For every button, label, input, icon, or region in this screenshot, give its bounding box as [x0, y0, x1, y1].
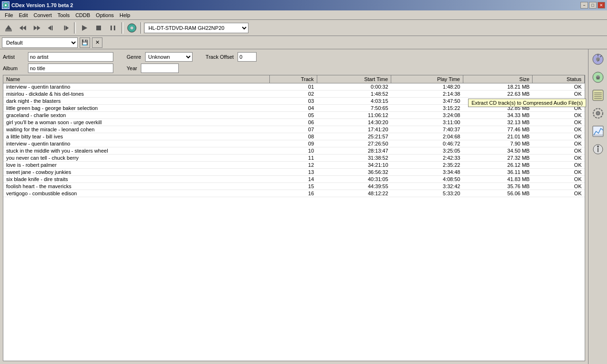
- svg-rect-9: [52, 26, 53, 30]
- table-row[interactable]: stuck in the middle with you - stealers …: [3, 147, 585, 155]
- main-content: Artist Genre Unknown Track Offset Album …: [0, 49, 607, 364]
- clear-profile-button[interactable]: ✕: [92, 37, 102, 48]
- svg-point-17: [130, 27, 133, 29]
- cd-info-button[interactable]: [125, 22, 138, 34]
- svg-text:♪: ♪: [597, 58, 599, 63]
- play-button[interactable]: [78, 22, 91, 34]
- album-input[interactable]: [28, 64, 113, 73]
- svg-point-36: [597, 146, 599, 147]
- left-panel: Artist Genre Unknown Track Offset Album …: [0, 49, 588, 364]
- app-icon: [2, 1, 9, 9]
- col-start-time: Start Time: [317, 75, 391, 83]
- profile-bar: Default 💾 ✕: [0, 36, 607, 49]
- table-header-row: Name Track Start Time Play Time Size Sta…: [3, 75, 585, 83]
- toolbar-separator-2: [121, 22, 123, 34]
- year-label: Year: [127, 65, 137, 71]
- close-button[interactable]: ✕: [598, 2, 605, 9]
- table-row[interactable]: misirlou - dickdale & his del-tones021:4…: [3, 91, 585, 98]
- table-row[interactable]: girl you'll be a woman soon - urge overk…: [3, 119, 585, 126]
- svg-marker-10: [65, 26, 69, 30]
- track-offset-input[interactable]: [238, 52, 257, 62]
- rewind-button[interactable]: [45, 22, 58, 34]
- table-row[interactable]: dark night - the blasters034:03:153:47:5…: [3, 98, 585, 105]
- title-bar: CDex Version 1.70 beta 2 − □ ✕: [0, 0, 607, 10]
- album-label: Album: [3, 65, 24, 71]
- settings-button[interactable]: [590, 105, 606, 121]
- svg-rect-15: [114, 26, 115, 30]
- svg-point-31: [596, 111, 600, 115]
- menu-bar: FileEditConvertToolsCDDBOptionsHelp: [0, 10, 607, 20]
- extract-compressed-button[interactable]: ♪: [590, 51, 606, 67]
- minimize-button[interactable]: −: [580, 2, 588, 9]
- year-input[interactable]: [141, 64, 179, 73]
- track-offset-label: Track Offset: [206, 54, 234, 60]
- artist-row: Artist Genre Unknown Track Offset: [3, 52, 585, 62]
- svg-rect-3: [5, 30, 12, 31]
- table-row[interactable]: interview - quentin tarantino0927:26:500…: [3, 140, 585, 147]
- table-row[interactable]: graceland - charlie sexton0511:06:123:24…: [3, 112, 585, 119]
- menu-item-convert[interactable]: Convert: [31, 12, 55, 18]
- table-row[interactable]: waiting for the miracle - leonard cohen0…: [3, 126, 585, 133]
- menu-item-options[interactable]: Options: [93, 12, 117, 18]
- title-bar-buttons: − □ ✕: [580, 2, 605, 9]
- genre-selector[interactable]: Unknown: [145, 52, 193, 62]
- menu-item-help[interactable]: Help: [117, 12, 133, 18]
- table-row[interactable]: you never can tell - chuck berry1131:38:…: [3, 155, 585, 162]
- menu-item-file[interactable]: File: [2, 12, 16, 18]
- prev-button[interactable]: [16, 22, 29, 34]
- profile-selector[interactable]: Default: [2, 37, 78, 48]
- extract-wav-button[interactable]: W: [590, 69, 606, 85]
- svg-rect-26: [593, 90, 603, 100]
- svg-marker-6: [37, 26, 40, 30]
- col-name: Name: [3, 75, 270, 83]
- svg-rect-14: [110, 26, 112, 30]
- artist-input[interactable]: [28, 52, 113, 62]
- toolbar-separator-1: [74, 22, 76, 34]
- table-row[interactable]: vertigogo - combustible edison1648:12:22…: [3, 190, 585, 197]
- genre-label: Genre: [127, 54, 141, 60]
- svg-rect-11: [64, 26, 65, 30]
- table-row[interactable]: interview - quentin tarantino010:00:321:…: [3, 83, 585, 91]
- stop-button[interactable]: [92, 22, 105, 34]
- table-row[interactable]: sweet jane - cowboy junkies1336:56:323:3…: [3, 169, 585, 176]
- save-profile-button[interactable]: 💾: [80, 37, 90, 48]
- toolbar-separator-3: [140, 22, 142, 34]
- svg-marker-7: [34, 26, 37, 30]
- eject-button[interactable]: [2, 22, 15, 34]
- table-row[interactable]: love is - robert palmer1234:21:102:35:22…: [3, 162, 585, 169]
- svg-marker-4: [19, 26, 23, 30]
- svg-point-1: [5, 4, 7, 6]
- svg-marker-2: [5, 25, 12, 30]
- svg-rect-13: [96, 26, 101, 30]
- svg-text:W: W: [596, 76, 600, 81]
- col-track: Track: [270, 75, 317, 83]
- forward-button[interactable]: [59, 22, 72, 34]
- table-row[interactable]: a little bitty tear - bill ives0825:21:5…: [3, 133, 585, 140]
- track-tbody: interview - quentin tarantino010:00:321:…: [3, 83, 585, 197]
- svg-rect-37: [598, 148, 598, 152]
- col-play-time: Play Time: [391, 75, 463, 83]
- cddb-button[interactable]: [590, 87, 606, 103]
- table-row[interactable]: little green bag - george baker selectio…: [3, 105, 585, 112]
- menu-item-tools[interactable]: Tools: [55, 12, 73, 18]
- right-panel: ♪ W: [588, 49, 607, 364]
- pause-button[interactable]: [106, 22, 120, 34]
- menu-item-edit[interactable]: Edit: [16, 12, 31, 18]
- track-table-container: Name Track Start Time Play Time Size Sta…: [3, 75, 585, 361]
- options-button[interactable]: [590, 141, 606, 157]
- svg-marker-12: [82, 25, 87, 31]
- toolbar: HL-DT-STDVD-RAM GH22NP20: [0, 20, 607, 36]
- table-row[interactable]: foolish heart - the mavericks1544:39:553…: [3, 183, 585, 190]
- svg-marker-8: [48, 26, 51, 30]
- table-row[interactable]: six blade knife - dire straits1440:31:05…: [3, 176, 585, 183]
- next-button[interactable]: [30, 22, 44, 34]
- app-title: CDex Version 1.70 beta 2: [11, 2, 73, 8]
- menu-item-cddb[interactable]: CDDB: [73, 12, 93, 18]
- drive-selector[interactable]: HL-DT-STDVD-RAM GH22NP20: [144, 23, 248, 33]
- restore-button[interactable]: □: [589, 2, 597, 9]
- title-bar-left: CDex Version 1.70 beta 2: [2, 1, 73, 9]
- chart-button[interactable]: [590, 123, 606, 139]
- col-status: Status: [533, 75, 585, 83]
- album-row: Album Year: [3, 64, 585, 73]
- svg-marker-5: [23, 26, 26, 30]
